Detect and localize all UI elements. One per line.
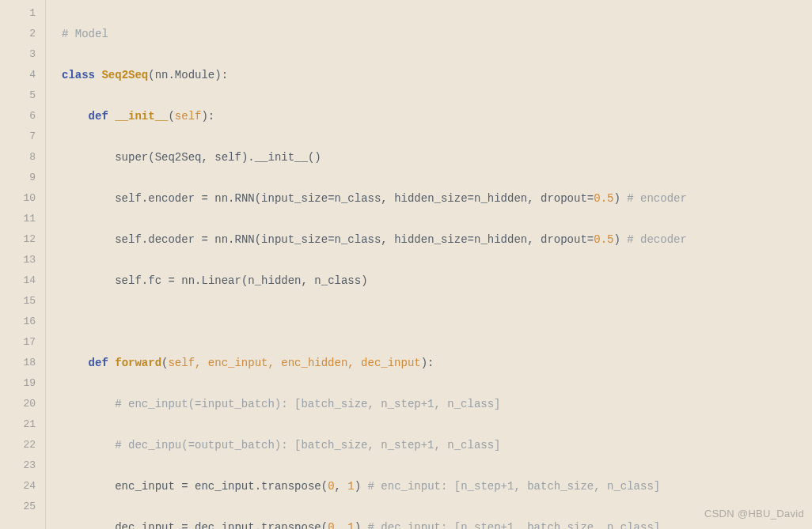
identifier: super — [115, 151, 148, 164]
punct: = — [195, 192, 214, 205]
keyword: def — [89, 357, 108, 369]
punct: . — [255, 480, 261, 493]
line-number: 24 — [0, 476, 36, 497]
punct: ): — [201, 110, 214, 123]
line-number: 1 — [0, 3, 36, 24]
punct: ): — [421, 357, 434, 369]
line-number: 6 — [0, 106, 36, 127]
line-number: 14 — [0, 270, 36, 291]
code-line: def forward(self, enc_input, enc_hidden,… — [62, 353, 687, 373]
punct: = — [161, 274, 181, 287]
line-number: 4 — [0, 65, 36, 85]
code-line: def __init__(self): — [62, 106, 687, 127]
comment: # Model — [62, 28, 108, 40]
identifier: dec_input — [195, 521, 255, 529]
line-number: 9 — [0, 168, 36, 188]
punct: . — [142, 192, 148, 205]
identifier: dec_input — [115, 521, 175, 529]
comment: # dec_inpu(=output_batch): [batch_size, … — [115, 439, 500, 452]
identifier: n_class — [335, 233, 381, 246]
line-number: 15 — [0, 291, 36, 312]
line-number: 12 — [0, 229, 36, 250]
identifier: Seq2Seq — [155, 151, 202, 164]
function-name: forward — [115, 357, 161, 369]
punct: , — [527, 233, 541, 246]
identifier: n_hidden — [248, 274, 301, 287]
punct: ( — [148, 151, 154, 164]
line-number: 23 — [0, 455, 36, 476]
punct: ). — [241, 151, 255, 164]
punct: = — [468, 192, 474, 205]
number: 0 — [328, 521, 334, 529]
code-line: enc_input = enc_input.transpose(0, 1) # … — [62, 476, 687, 497]
punct: ( — [321, 480, 328, 493]
identifier: n_class — [335, 192, 381, 205]
code-line: dec_input = dec_input.transpose(0, 1) # … — [62, 517, 687, 529]
punct: = — [195, 233, 214, 246]
punct: . — [255, 521, 261, 529]
punct: () — [308, 151, 321, 164]
identifier: hidden_size — [394, 192, 467, 205]
line-number-gutter: 1234567891011121314151617181920212223242… — [0, 0, 46, 529]
punct: ( — [168, 110, 174, 123]
punct: . — [168, 69, 174, 81]
punct: ( — [255, 233, 261, 246]
function-name: __init__ — [115, 110, 168, 123]
comment: # enc_input: [n_step+1, batch_size, n_cl… — [361, 480, 660, 493]
identifier: encoder — [148, 192, 195, 205]
identifier: transpose — [261, 521, 321, 529]
identifier: RNN — [234, 233, 254, 246]
punct: = — [587, 192, 594, 205]
code-line: self.fc = nn.Linear(n_hidden, n_class) — [62, 270, 687, 291]
number: 1 — [347, 480, 354, 493]
punct: ) — [355, 521, 361, 529]
number: 0.5 — [594, 233, 613, 246]
punct: ) — [361, 274, 367, 287]
identifier: self — [115, 233, 142, 246]
identifier: fc — [148, 274, 161, 287]
identifier: n_hidden — [474, 233, 527, 246]
comment: # enc_input(=input_batch): [batch_size, … — [115, 398, 500, 410]
punct: , — [201, 151, 214, 164]
identifier: enc_input — [115, 480, 175, 493]
line-number: 11 — [0, 209, 36, 229]
number: 1 — [347, 521, 354, 529]
class-name: Seq2Seq — [101, 69, 148, 81]
punct: = — [587, 233, 594, 246]
code-line: self.encoder = nn.RNN(input_size=n_class… — [62, 188, 687, 209]
identifier: decoder — [148, 233, 195, 246]
identifier: Linear — [201, 274, 241, 287]
identifier: n_class — [314, 274, 361, 287]
punct: = — [328, 192, 334, 205]
number: 0 — [328, 480, 334, 493]
line-number: 18 — [0, 353, 36, 373]
identifier: hidden_size — [394, 233, 467, 246]
identifier: self — [115, 192, 142, 205]
punct: = — [328, 233, 334, 246]
code-editor: 1234567891011121314151617181920212223242… — [0, 0, 812, 529]
line-number: 16 — [0, 312, 36, 332]
identifier: dropout — [541, 233, 587, 246]
punct: ( — [321, 521, 328, 529]
identifier: input_size — [261, 233, 328, 246]
line-number: 2 — [0, 24, 36, 44]
identifier: nn — [214, 233, 228, 246]
punct: , — [527, 192, 541, 205]
line-number: 25 — [0, 497, 36, 517]
punct: , — [381, 192, 394, 205]
punct: ) — [613, 192, 620, 205]
punct: . — [142, 233, 148, 246]
identifier: __init__ — [255, 151, 308, 164]
line-number: 19 — [0, 373, 36, 394]
param: self — [175, 110, 202, 123]
identifier: self — [214, 151, 241, 164]
punct: ( — [255, 192, 261, 205]
code-line: super(Seq2Seq, self).__init__() — [62, 147, 687, 168]
line-number: 7 — [0, 127, 36, 147]
code-line: class Seq2Seq(nn.Module): — [62, 65, 687, 85]
line-number: 21 — [0, 414, 36, 435]
line-number: 22 — [0, 435, 36, 455]
punct: = — [175, 521, 195, 529]
punct: ) — [613, 233, 620, 246]
punct: , — [335, 521, 348, 529]
